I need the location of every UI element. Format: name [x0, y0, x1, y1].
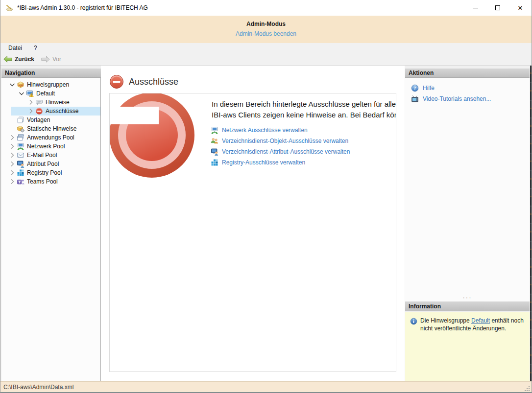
back-arrow-icon	[3, 56, 12, 63]
notice-groups-icon	[17, 81, 24, 89]
tree-item-attribut-pool[interactable]: Attribut Pool	[1, 160, 100, 168]
description: In diesem Bereich hinterlegte Ausschlüss…	[212, 99, 396, 120]
close-button[interactable]: ✕	[509, 0, 532, 16]
toolbar: Zurück Vor	[0, 53, 532, 66]
exclusions-title-icon	[109, 74, 124, 89]
tree-item-label: Vorlagen	[27, 116, 50, 123]
network-pool-icon	[211, 126, 218, 134]
tree-item-vorlagen[interactable]: Vorlagen	[1, 116, 100, 124]
network-pool-icon	[17, 142, 24, 150]
tree-item-netzwerk-pool[interactable]: Netzwerk Pool	[1, 142, 100, 151]
default-group-link[interactable]: Default	[471, 317, 490, 324]
title-bar: *IBI-aws Admin 1.30.0 - registriert für …	[0, 0, 532, 16]
static-hints-icon	[17, 125, 24, 133]
admin-mode-exit-link[interactable]: Admin-Modus beenden	[236, 30, 296, 37]
app-window: *IBI-aws Admin 1.30.0 - registriert für …	[0, 0, 532, 393]
information-text-before: Die Hinweisgruppe	[420, 317, 471, 324]
tree-item-anwendungs-pool[interactable]: Anwendungs Pool	[1, 133, 100, 142]
navigation-tree: HinweisgruppenDefaultHinweiseAusschlüsse…	[1, 78, 101, 381]
information-panel: Die Hinweisgruppe Default enthält noch n…	[405, 312, 530, 381]
info-icon	[410, 318, 417, 325]
tree-item-label: Attribut Pool	[27, 161, 59, 167]
app-pool-icon	[17, 134, 24, 141]
attribute-pool-icon	[211, 148, 218, 156]
content-box: In diesem Bereich hinterlegte Ausschlüss…	[109, 93, 396, 372]
back-button[interactable]: Zurück	[3, 56, 34, 63]
navigation-header: Navigation	[1, 69, 101, 78]
tree-item-label: Default	[36, 90, 55, 97]
information-header: Information	[405, 301, 530, 311]
chevron-right-icon[interactable]	[7, 134, 17, 141]
link-verzeichnisdienst-objekt-ausschl-sse-verwalten[interactable]: Verzeichnisdienst-Objekt-Ausschlüsse ver…	[211, 136, 350, 146]
forward-button-label: Vor	[52, 56, 61, 63]
attribute-pool-icon	[17, 160, 24, 168]
menu-bar: Datei?	[0, 43, 532, 53]
tree-item-hinweisgruppen[interactable]: Hinweisgruppen	[1, 80, 100, 89]
window-title: *IBI-aws Admin 1.30.0 - registriert für …	[17, 0, 148, 16]
tree-item-hinweise[interactable]: Hinweise	[1, 98, 100, 107]
tree-item-ausschl-sse[interactable]: Ausschlüsse	[1, 107, 100, 116]
link-verzeichnisdienst-attribut-ausschl-sse-verwalten[interactable]: Verzeichnisdienst-Attribut-Ausschlüsse v…	[211, 146, 350, 157]
tree-item-label: Registry Pool	[27, 169, 62, 176]
chevron-right-icon[interactable]	[7, 160, 17, 168]
chevron-right-icon[interactable]	[26, 98, 35, 106]
forward-button[interactable]: Vor	[41, 56, 61, 63]
app-logo-icon	[5, 4, 13, 12]
chevron-right-icon[interactable]	[26, 107, 35, 115]
teams-pool-icon	[17, 178, 24, 185]
admin-mode-title: Admin-Modus	[0, 21, 532, 27]
email-pool-icon	[17, 151, 24, 159]
minimize-button[interactable]	[464, 0, 486, 16]
link-label: Netzwerk Ausschlüsse verwalten	[222, 127, 308, 134]
chevron-spacer	[7, 125, 17, 133]
information-text: Die Hinweisgruppe Default enthält noch n…	[420, 317, 526, 332]
actions-header: Aktionen	[405, 69, 530, 78]
tree-item-label: Teams Pool	[27, 178, 58, 185]
tree-item-registry-pool[interactable]: Registry Pool	[1, 168, 100, 177]
main-panel: Ausschlüsse In diesem Bereich hinterlegt…	[101, 66, 405, 381]
registry-pool-icon	[211, 159, 218, 166]
chevron-down-icon[interactable]	[17, 90, 26, 97]
exclusions-icon	[35, 107, 43, 115]
link-netzwerk-ausschl-sse-verwalten[interactable]: Netzwerk Ausschlüsse verwalten	[211, 125, 350, 136]
tree-item-statische-hinweise[interactable]: Statische Hinweise	[1, 124, 100, 133]
registry-pool-icon	[17, 169, 24, 177]
tree-item-default[interactable]: Default	[1, 89, 100, 98]
tree-item-teams-pool[interactable]: Teams Pool	[1, 177, 100, 186]
chevron-right-icon[interactable]	[7, 169, 17, 177]
chevron-spacer	[7, 116, 17, 124]
templates-icon	[17, 116, 24, 124]
svg-text:?: ?	[413, 85, 416, 91]
description-line: IBI-aws Clients zeigen keine Hinweise an…	[212, 110, 396, 120]
maximize-icon	[495, 5, 500, 10]
tree-item-e-mail-pool[interactable]: E-Mail Pool	[1, 151, 100, 160]
maximize-button[interactable]	[486, 0, 509, 16]
chevron-right-icon[interactable]	[7, 142, 17, 150]
tree-item-label: Hinweise	[46, 99, 70, 106]
menu-item-help[interactable]: ?	[30, 44, 41, 52]
background-window-sliver	[530, 66, 532, 381]
menu-item-datei[interactable]: Datei	[4, 44, 26, 52]
data-file-path: C:\IBI-aws\Admin\Data.xml	[3, 382, 73, 393]
link-label: Verzeichnisdienst-Attribut-Ausschlüsse v…	[222, 148, 350, 155]
resize-grip[interactable]	[523, 385, 530, 391]
action-video-tutorials-ansehen[interactable]: Video-Tutorials ansehen...	[411, 93, 530, 104]
actions-panel: ?HilfeVideo-Tutorials ansehen...	[405, 78, 530, 301]
default-monitor-icon	[26, 90, 34, 97]
chevron-right-icon[interactable]	[7, 178, 17, 185]
link-label: Verzeichnisdienst-Objekt-Ausschlüsse ver…	[222, 138, 348, 144]
tv-icon	[411, 95, 419, 103]
link-registry-ausschl-sse-verwalten[interactable]: Registry-Ausschlüsse verwalten	[211, 157, 350, 168]
help-icon: ?	[411, 84, 419, 92]
action-hilfe[interactable]: ?Hilfe	[411, 83, 530, 93]
description-line: In diesem Bereich hinterlegte Ausschlüss…	[212, 99, 396, 110]
tree-item-label: Statische Hinweise	[27, 125, 76, 132]
chevron-down-icon[interactable]	[7, 81, 17, 89]
chevron-right-icon[interactable]	[7, 151, 17, 159]
link-label: Registry-Ausschlüsse verwalten	[222, 159, 305, 166]
no-entry-watermark	[109, 93, 207, 217]
tree-item-label: Hinweisgruppen	[27, 81, 69, 88]
panel-splitter[interactable]	[405, 295, 530, 301]
back-button-label: Zurück	[15, 56, 34, 63]
directory-object-icon	[211, 137, 218, 145]
